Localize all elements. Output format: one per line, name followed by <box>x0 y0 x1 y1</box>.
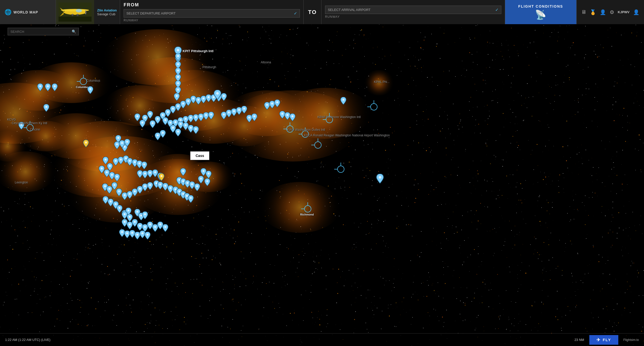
arrival-airport-select[interactable]: SELECT ARRIVAL AIRPORT ✓ <box>325 6 501 14</box>
svg-point-51 <box>185 118 187 120</box>
airport-pin[interactable] <box>174 93 180 102</box>
fly-label: FLY <box>603 338 611 342</box>
svg-point-91 <box>134 161 136 163</box>
aircraft-info[interactable]: Zlin Aviation Savage Cub <box>94 6 120 18</box>
svg-point-122 <box>164 185 166 187</box>
svg-point-79 <box>342 99 344 101</box>
airport-marker[interactable] <box>302 131 309 138</box>
airport-pin[interactable] <box>241 106 247 114</box>
svg-point-148 <box>139 225 141 227</box>
airport-pin[interactable] <box>221 93 227 102</box>
airport-pin[interactable] <box>147 111 153 120</box>
airport-pin[interactable] <box>155 133 161 141</box>
airport-pin[interactable] <box>204 178 210 187</box>
airport-pin[interactable] <box>162 224 168 233</box>
svg-point-92 <box>138 162 140 164</box>
airport-pin[interactable] <box>208 112 214 120</box>
svg-point-136 <box>208 172 210 175</box>
airport-pin[interactable] <box>139 120 145 128</box>
airport-pin[interactable] <box>83 140 89 148</box>
flight-conditions-panel[interactable]: FLIGHT CONDITIONS 📡 <box>505 0 576 24</box>
svg-point-105 <box>108 188 110 190</box>
map-scale: 23 NM <box>574 338 584 342</box>
airport-pin[interactable] <box>251 113 257 122</box>
flightsim-logo: Flightsim.to <box>623 338 639 342</box>
svg-point-147 <box>134 221 136 223</box>
user-avatar[interactable]: 👤 <box>633 9 639 15</box>
airport-pin[interactable] <box>124 139 130 148</box>
svg-point-111 <box>119 207 121 209</box>
aircraft-panel: Zlin Aviation Savage Cub <box>56 0 120 24</box>
airport-marker[interactable] <box>26 124 34 131</box>
airport-marker[interactable] <box>314 141 321 149</box>
svg-point-22 <box>89 88 91 90</box>
monitor-icon[interactable]: 🖥 <box>581 9 586 15</box>
airport-pin[interactable] <box>214 90 221 100</box>
airport-pin[interactable] <box>289 113 296 122</box>
departure-runway-label: RUNWAY <box>124 19 300 22</box>
airport-pin[interactable] <box>180 168 186 177</box>
airport-pin[interactable] <box>99 166 105 174</box>
departure-check-icon: ✓ <box>294 11 297 16</box>
airport-pin[interactable] <box>114 174 120 182</box>
airport-pin[interactable] <box>340 97 346 106</box>
world-map-button[interactable]: 🌐 WORLD MAP <box>0 0 56 24</box>
airport-marker[interactable] <box>286 125 294 133</box>
airport-pin[interactable] <box>52 83 58 92</box>
airport-pin[interactable] <box>175 53 181 62</box>
svg-point-77 <box>286 114 288 116</box>
departure-airport-select[interactable]: SELECT DEPARTURE AIRPORT ✓ <box>124 9 300 18</box>
search-input[interactable] <box>10 30 70 34</box>
airport-pin[interactable] <box>198 176 204 184</box>
airport-pin[interactable] <box>45 83 51 92</box>
airport-pin[interactable] <box>87 86 93 95</box>
svg-point-150 <box>149 223 151 225</box>
svg-point-121 <box>159 183 161 185</box>
svg-point-42 <box>202 97 204 99</box>
achievements-icon[interactable]: 🏅 <box>590 9 596 15</box>
airport-pin[interactable] <box>188 195 194 204</box>
airport-marker[interactable] <box>326 116 333 123</box>
svg-point-118 <box>144 185 146 187</box>
airport-pin[interactable] <box>18 122 24 131</box>
airport-marker[interactable] <box>304 205 311 212</box>
from-panel: FROM SELECT DEPARTURE AIRPORT ✓ RUNWAY <box>120 0 304 24</box>
map-container[interactable]: 🔍 KPIT Pittsburgh Intl Columbus <box>0 24 644 346</box>
airport-pin[interactable] <box>193 126 199 135</box>
airport-pin[interactable] <box>206 171 212 179</box>
svg-point-131 <box>186 182 188 184</box>
svg-point-110 <box>115 203 117 205</box>
svg-point-13 <box>177 49 179 51</box>
svg-point-60 <box>195 128 197 130</box>
svg-point-74 <box>276 101 278 103</box>
svg-point-99 <box>160 175 163 177</box>
svg-point-106 <box>113 184 115 186</box>
airport-marker[interactable] <box>370 103 377 110</box>
airport-pin[interactable] <box>376 174 384 184</box>
svg-point-82 <box>116 143 118 145</box>
world-map-label: WORLD MAP <box>13 10 38 14</box>
airport-pin[interactable] <box>43 104 49 113</box>
svg-point-84 <box>126 141 128 143</box>
airport-pin[interactable] <box>37 83 43 92</box>
map-background <box>0 24 644 346</box>
airport-pin[interactable] <box>141 162 147 170</box>
account-icon[interactable]: ⚙ <box>610 9 614 15</box>
fly-button[interactable]: ✈ FLY <box>589 335 618 345</box>
airport-marker[interactable] <box>337 166 344 173</box>
airport-pin[interactable] <box>175 129 181 137</box>
airport-pin[interactable] <box>144 232 151 240</box>
svg-point-69 <box>243 108 245 110</box>
airport-pin[interactable] <box>194 183 200 192</box>
search-box[interactable]: 🔍 <box>8 28 79 35</box>
airport-pin[interactable] <box>274 99 280 108</box>
svg-point-72 <box>266 104 268 106</box>
svg-point-34 <box>162 114 164 116</box>
airport-marker[interactable] <box>80 78 87 85</box>
svg-point-67 <box>233 110 235 112</box>
person-icon[interactable]: 👤 <box>600 9 606 15</box>
airport-pin[interactable] <box>142 211 148 220</box>
svg-point-53 <box>195 116 197 118</box>
airport-pin[interactable] <box>147 182 153 191</box>
airport-pin[interactable] <box>116 189 122 197</box>
